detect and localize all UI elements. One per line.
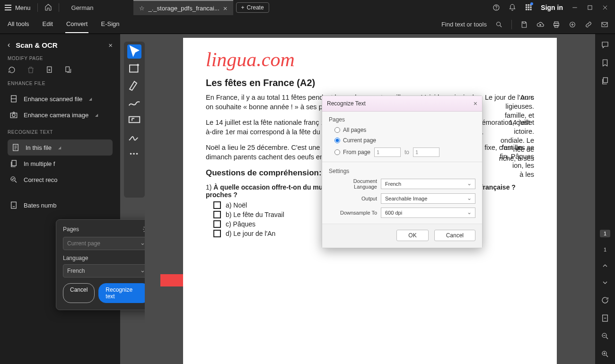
minimize-icon[interactable] [571, 4, 578, 11]
file-scan-icon [9, 95, 18, 103]
bookmark-icon[interactable] [601, 59, 609, 67]
lingua-logo: lingua.com [206, 48, 534, 71]
link-icon[interactable] [585, 21, 592, 28]
enhance-scanned-label: Enhance scanned file [24, 95, 82, 103]
checkbox-icon [213, 211, 221, 218]
print-icon[interactable] [553, 21, 560, 28]
rotate-icon[interactable] [8, 66, 16, 74]
bates-numbering[interactable]: Bates numb [8, 197, 113, 213]
output-select[interactable]: Searchable Image [381, 193, 475, 204]
section-recognize: RECOGNIZE TEXT [8, 130, 113, 135]
svg-rect-8 [526, 9, 527, 10]
popover-pages-label: Pages [63, 226, 79, 233]
textbox-tool[interactable] [127, 113, 141, 127]
fit-page-icon[interactable] [601, 314, 609, 322]
tab-german[interactable]: German [66, 0, 99, 15]
draw-tool[interactable] [127, 95, 141, 110]
to-page-input[interactable] [413, 147, 439, 157]
menu-all-tools[interactable]: All tools [7, 16, 30, 33]
more-tools[interactable]: ••• [127, 147, 141, 161]
page-total: 1 [604, 247, 606, 252]
zoom-in-icon[interactable] [601, 350, 609, 358]
star-icon: ☆ [139, 5, 145, 12]
home-button[interactable] [44, 3, 52, 12]
downsample-select[interactable]: 600 dpi [381, 208, 475, 218]
correct-recognized-text[interactable]: Correct reco [8, 172, 113, 188]
radio-all-pages[interactable]: All pages [334, 127, 475, 133]
create-label: Create [247, 4, 264, 11]
doclang-select[interactable]: French [381, 179, 475, 189]
signin-button[interactable]: Sign in [541, 4, 563, 11]
search-icon[interactable] [495, 21, 503, 28]
in-this-file-label: In this file [26, 144, 52, 151]
radio-current-page[interactable]: Current page [334, 137, 475, 144]
menu-convert[interactable]: Convert [65, 16, 89, 33]
help-icon[interactable] [492, 4, 500, 11]
select-tool[interactable] [127, 44, 141, 59]
enhance-camera-image[interactable]: Enhance camera image◢ [8, 107, 113, 123]
insert-page-icon[interactable] [45, 66, 54, 74]
delete-page-icon[interactable] [26, 66, 35, 74]
zoom-out-icon[interactable] [601, 332, 609, 340]
page-down-icon[interactable] [601, 279, 609, 286]
find-label: Find text or tools [441, 21, 487, 28]
svg-point-22 [12, 114, 15, 117]
enhance-scanned-file[interactable]: Enhance scanned file◢ [8, 91, 113, 107]
comment-icon[interactable] [601, 41, 609, 49]
doclang-label: Document Language [329, 178, 377, 190]
svg-rect-28 [130, 65, 138, 72]
output-label: Output [329, 196, 377, 201]
checkbox-icon [213, 201, 221, 209]
dialog-ok-button[interactable]: OK [396, 230, 428, 241]
add-text-icon [127, 61, 141, 76]
apps-icon[interactable] [525, 3, 532, 12]
back-button[interactable]: ‹ [8, 41, 10, 49]
menu-edit[interactable]: Edit [42, 16, 54, 33]
popover-lang-select[interactable]: French [63, 264, 150, 277]
from-page-input[interactable] [374, 147, 401, 157]
bell-icon[interactable] [509, 4, 516, 11]
save-icon[interactable] [520, 21, 528, 28]
plus-icon: + [241, 4, 245, 11]
popover-recognize-button[interactable]: Recognize text [98, 283, 150, 303]
create-button[interactable]: + Create [236, 2, 269, 13]
dialog-pages-section: Pages All pages Current page From page t… [322, 112, 482, 157]
cloud-upload-icon[interactable] [536, 21, 544, 28]
svg-rect-3 [528, 4, 529, 6]
svg-rect-6 [528, 6, 529, 8]
camera-icon [9, 111, 18, 119]
popover-pages-select[interactable]: Current page [63, 237, 150, 250]
tab-label: German [71, 4, 94, 11]
menu-button[interactable]: Menu [5, 4, 31, 11]
textbox-icon [127, 113, 141, 127]
radio-from-page[interactable]: From page [334, 149, 370, 156]
dialog-close-button[interactable]: × [474, 100, 477, 107]
dialog-title: Recognize Text [327, 100, 366, 107]
svg-rect-17 [602, 22, 607, 26]
extract-page-icon[interactable] [64, 66, 73, 74]
page-current-badge[interactable]: 1 [600, 230, 610, 237]
close-window-icon[interactable] [602, 4, 608, 11]
close-panel-button[interactable]: × [108, 41, 113, 49]
recognize-multiple-files[interactable]: In multiple f [8, 156, 113, 172]
popover-cancel-button[interactable]: Cancel [63, 283, 95, 303]
share-icon[interactable] [569, 21, 576, 28]
highlight-tool[interactable] [127, 78, 141, 93]
sign-tool[interactable] [127, 130, 141, 144]
close-tab-button[interactable]: × [223, 4, 228, 12]
recognize-in-this-file[interactable]: In this file◢ [8, 139, 113, 156]
dialog-cancel-button[interactable]: Cancel [434, 230, 475, 241]
svg-point-1 [496, 9, 497, 9]
page-up-icon[interactable] [601, 262, 609, 269]
menu-label: Menu [15, 4, 31, 11]
add-text-tool[interactable] [127, 61, 141, 76]
signature-icon [127, 130, 141, 144]
mail-icon[interactable] [601, 21, 608, 28]
rotate-view-icon[interactable] [601, 296, 609, 304]
copy-icon[interactable] [601, 77, 609, 85]
svg-rect-9 [528, 9, 529, 10]
tab-active-document[interactable]: ☆ _._storage_pdfs_francai... × [133, 0, 233, 15]
menu-esign[interactable]: E-Sign [100, 16, 120, 33]
maximize-icon[interactable] [587, 4, 593, 11]
svg-point-12 [497, 22, 501, 26]
